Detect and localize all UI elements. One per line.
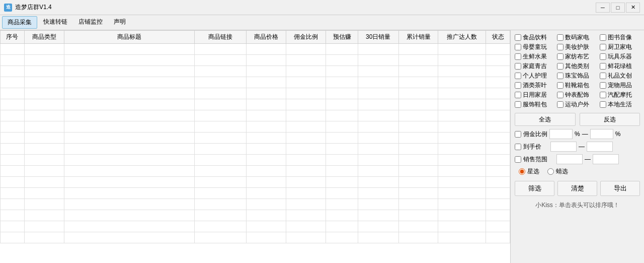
category-label-12: 个人护理: [523, 72, 547, 80]
category-checkbox-2[interactable]: [600, 34, 606, 41]
sidebar: 食品饮料数码家电图书音像母婴童玩美妆护肤厨卫家电生鲜水果家纺布艺玩具乐器家庭青吉…: [511, 30, 644, 263]
table-row: [1, 155, 510, 166]
col-header-9[interactable]: 推广达人数: [438, 31, 486, 44]
category-checkbox-10[interactable]: [557, 63, 564, 70]
close-button[interactable]: ✕: [626, 3, 640, 13]
category-label-1: 数码家电: [565, 33, 589, 42]
commission-max-input[interactable]: [590, 129, 613, 139]
category-label-4: 美妆护肤: [565, 43, 589, 51]
commission-checkbox[interactable]: [515, 131, 521, 138]
category-checkbox-13[interactable]: [557, 73, 564, 79]
export-button[interactable]: 导出: [600, 181, 640, 196]
category-item-11: 鲜花绿植: [600, 62, 640, 71]
hint-text: 小Kiss：单击表头可以排序哦！: [515, 201, 640, 210]
percent-sign-1: %: [575, 130, 580, 138]
col-header-7[interactable]: 30日销量: [358, 31, 398, 44]
category-checkbox-14[interactable]: [600, 73, 606, 79]
category-item-14: 礼品文创: [600, 72, 640, 80]
star-radio[interactable]: [519, 168, 525, 175]
col-header-8[interactable]: 累计销量: [398, 31, 438, 44]
category-checkbox-7[interactable]: [557, 53, 564, 60]
sales-max-input[interactable]: [593, 154, 619, 164]
category-label-22: 运动户外: [565, 100, 589, 109]
commission-filter-row: 佣金比例 % — %: [515, 129, 640, 139]
sales-checkbox[interactable]: [515, 156, 521, 163]
dash-sign-3: —: [585, 156, 591, 163]
category-label-5: 厨卫家电: [608, 43, 632, 51]
category-checkbox-5[interactable]: [600, 44, 606, 50]
category-checkbox-8[interactable]: [600, 53, 606, 60]
menu-bar: 商品采集快速转链店铺监控声明: [0, 15, 644, 30]
category-item-20: 汽配摩托: [600, 91, 640, 99]
crawl-radio-label: 蜻选: [556, 167, 568, 176]
col-header-10[interactable]: 状态: [486, 31, 510, 44]
table-row: [1, 232, 510, 243]
menu-item-0[interactable]: 商品采集: [2, 16, 37, 29]
menu-item-3[interactable]: 声明: [109, 16, 131, 29]
maximize-button[interactable]: □: [611, 3, 625, 13]
category-checkbox-21[interactable]: [515, 101, 521, 108]
menu-item-1[interactable]: 快速转链: [38, 16, 72, 29]
category-item-18: 日用家居: [515, 91, 555, 99]
table-body: [1, 44, 510, 243]
menu-item-2[interactable]: 店铺监控: [73, 16, 108, 29]
category-label-18: 日用家居: [523, 91, 547, 99]
crawl-radio-item: 蜻选: [547, 167, 568, 176]
category-checkbox-1[interactable]: [557, 34, 564, 41]
product-table: 序号商品类型商品标题商品链接商品价格佣金比例预估赚30日销量累计销量推广达人数状…: [0, 30, 510, 243]
price-max-input[interactable]: [587, 142, 613, 152]
table-wrapper[interactable]: 序号商品类型商品标题商品链接商品价格佣金比例预估赚30日销量累计销量推广达人数状…: [0, 30, 510, 263]
category-checkbox-23[interactable]: [600, 101, 606, 108]
table-row: [1, 166, 510, 177]
sales-label: 销售范围: [523, 155, 547, 164]
filter-button[interactable]: 筛选: [515, 181, 554, 196]
category-checkbox-9[interactable]: [515, 63, 521, 70]
star-radio-item: 星选: [519, 167, 539, 176]
title-bar-left: 造 造梦店群V1.4: [4, 3, 52, 12]
table-row: [1, 77, 510, 88]
col-header-1[interactable]: 商品类型: [24, 31, 64, 44]
category-label-3: 母婴童玩: [523, 43, 547, 51]
commission-min-input[interactable]: [549, 129, 573, 139]
sales-min-input[interactable]: [556, 154, 583, 164]
col-header-0[interactable]: 序号: [1, 31, 25, 44]
col-header-5[interactable]: 佣金比例: [286, 31, 326, 44]
category-checkbox-4[interactable]: [557, 44, 564, 50]
select-all-button[interactable]: 全选: [515, 113, 576, 126]
category-checkbox-20[interactable]: [600, 92, 606, 98]
category-item-1: 数码家电: [557, 33, 597, 42]
price-checkbox[interactable]: [515, 144, 521, 150]
col-header-3[interactable]: 商品链接: [194, 31, 247, 44]
category-item-19: 钟表配饰: [557, 91, 597, 99]
col-header-4[interactable]: 商品价格: [247, 31, 286, 44]
crawl-radio[interactable]: [547, 168, 554, 175]
category-label-19: 钟表配饰: [565, 91, 589, 99]
category-checkbox-18[interactable]: [515, 92, 521, 98]
category-checkbox-15[interactable]: [515, 82, 521, 89]
clear-button[interactable]: 清楚: [557, 181, 597, 196]
category-item-8: 玩具乐器: [600, 52, 640, 61]
category-checkbox-17[interactable]: [600, 82, 606, 89]
category-checkbox-19[interactable]: [557, 92, 564, 98]
col-header-2[interactable]: 商品标题: [64, 31, 194, 44]
category-checkbox-12[interactable]: [515, 73, 521, 79]
price-min-input[interactable]: [550, 142, 577, 152]
category-label-15: 酒类茶叶: [523, 81, 547, 90]
table-area: 序号商品类型商品标题商品链接商品价格佣金比例预估赚30日销量累计销量推广达人数状…: [0, 30, 511, 263]
category-checkbox-11[interactable]: [600, 63, 606, 70]
category-label-20: 汽配摩托: [608, 91, 632, 99]
app-icon: 造: [4, 4, 12, 12]
category-checkbox-0[interactable]: [515, 34, 521, 41]
category-label-7: 家纺布艺: [565, 52, 589, 61]
table-row: [1, 177, 510, 188]
action-buttons: 筛选 清楚 导出: [515, 181, 640, 196]
category-checkbox-22[interactable]: [557, 101, 564, 108]
col-header-6[interactable]: 预估赚: [326, 31, 358, 44]
minimize-button[interactable]: ─: [596, 3, 610, 13]
star-radio-label: 星选: [527, 167, 539, 176]
category-checkbox-3[interactable]: [515, 44, 521, 50]
invert-select-button[interactable]: 反选: [580, 113, 640, 126]
category-checkbox-16[interactable]: [557, 82, 564, 89]
category-checkbox-6[interactable]: [515, 53, 521, 60]
category-label-6: 生鲜水果: [523, 52, 547, 61]
